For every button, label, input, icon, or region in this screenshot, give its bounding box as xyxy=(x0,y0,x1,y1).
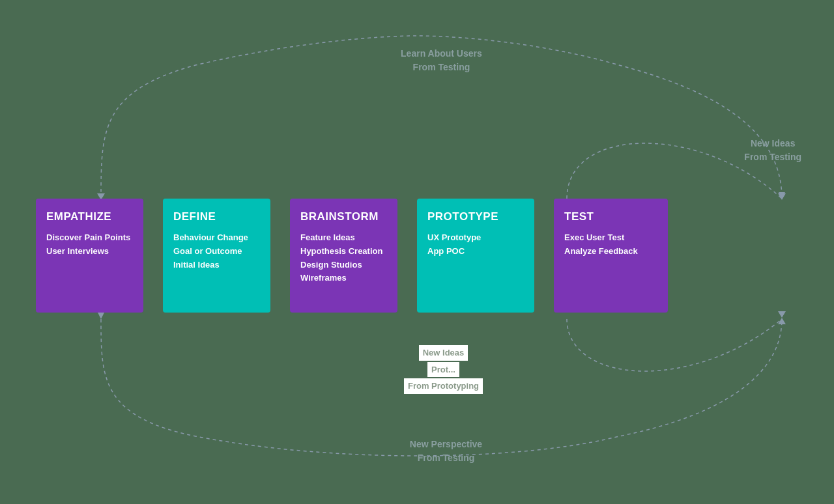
svg-marker-5 xyxy=(778,318,786,324)
prototype-title: PROTOTYPE xyxy=(427,210,524,223)
card-prototype: PROTOTYPE UX Prototype App POC xyxy=(417,199,534,313)
define-title: DEFINE xyxy=(173,210,260,223)
card-brainstorm: BRAINSTORM Feature Ideas Hypothesis Crea… xyxy=(290,199,397,313)
proto-overlap-label: New Ideas Prot... From Prototyping xyxy=(404,345,483,394)
proto-line1: New Ideas xyxy=(423,348,465,357)
empathize-items: Discover Pain Points User Interviews xyxy=(46,231,133,259)
diagram-container: Learn About Users From Testing New Ideas… xyxy=(0,0,834,504)
brainstorm-title: BRAINSTORM xyxy=(300,210,387,223)
empathize-title: EMPATHIZE xyxy=(46,210,133,223)
label-top: Learn About Users From Testing xyxy=(401,47,482,74)
card-test: TEST Exec User Test Analyze Feedback xyxy=(554,199,668,313)
svg-marker-4 xyxy=(778,193,786,200)
svg-marker-3 xyxy=(778,311,786,318)
prototype-items: UX Prototype App POC xyxy=(427,231,524,259)
define-items: Behaviour Change Goal or Outcome Initial… xyxy=(173,231,260,272)
test-items: Exec User Test Analyze Feedback xyxy=(564,231,657,259)
label-right: New Ideas From Testing xyxy=(744,137,801,164)
proto-line2: Prot... xyxy=(431,365,455,374)
svg-marker-0 xyxy=(779,192,785,199)
card-empathize: EMPATHIZE Discover Pain Points User Inte… xyxy=(36,199,143,313)
proto-line3: From Prototyping xyxy=(408,381,479,391)
cards-row: EMPATHIZE Discover Pain Points User Inte… xyxy=(36,199,668,313)
svg-marker-1 xyxy=(98,313,104,319)
label-bottom: New Perspective From Testing xyxy=(410,438,482,465)
card-define: DEFINE Behaviour Change Goal or Outcome … xyxy=(163,199,270,313)
brainstorm-items: Feature Ideas Hypothesis Creation Design… xyxy=(300,231,387,285)
test-title: TEST xyxy=(564,210,657,223)
